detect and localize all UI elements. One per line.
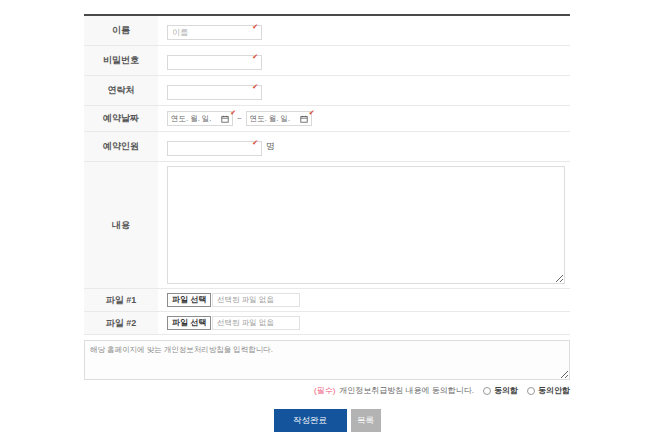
agreement-row: (필수) 개인정보취급방침 내용에 동의합니다. 동의함 동의안함 bbox=[84, 385, 570, 396]
action-buttons: 작성완료 목록 bbox=[84, 409, 570, 432]
row-reservation-date: 예약날짜 연도. 월. 일. ✔ ~ 연도. 월. 일. bbox=[84, 106, 570, 132]
required-check-icon: ✔ bbox=[309, 109, 315, 116]
password-label: 비밀번호 bbox=[84, 46, 158, 75]
file2-label: 파일 #2 bbox=[84, 312, 158, 334]
privacy-policy-textarea[interactable]: 해당 홈페이지에 맞는 개인정보처리방침을 입력합니다. bbox=[84, 340, 570, 380]
file2-select-button[interactable]: 파일 선택 bbox=[167, 316, 211, 330]
reservation-form: 이름 ✔ 비밀번호 ✔ 연락처 bbox=[84, 14, 570, 432]
file1-label: 파일 #1 bbox=[84, 289, 158, 311]
disagree-radio-label[interactable]: 동의안함 bbox=[538, 385, 570, 396]
date-end-input[interactable]: 연도. 월. 일. ✔ bbox=[246, 111, 312, 126]
form-table: 이름 ✔ 비밀번호 ✔ 연락처 bbox=[84, 14, 570, 335]
row-content: 내용 bbox=[84, 162, 570, 289]
agree-radio[interactable] bbox=[483, 387, 491, 395]
list-button[interactable]: 목록 bbox=[351, 409, 381, 432]
name-input[interactable] bbox=[167, 25, 262, 40]
headcount-input[interactable] bbox=[167, 141, 262, 156]
submit-button[interactable]: 작성완료 bbox=[274, 409, 347, 432]
row-contact: 연락처 ✔ bbox=[84, 76, 570, 106]
required-tag: (필수) bbox=[314, 385, 335, 396]
row-name: 이름 ✔ bbox=[84, 16, 570, 46]
contact-input[interactable] bbox=[167, 85, 262, 100]
file1-select-button[interactable]: 파일 선택 bbox=[167, 293, 211, 307]
calendar-icon bbox=[300, 115, 308, 123]
agreement-text: 개인정보취급방침 내용에 동의합니다. bbox=[339, 385, 474, 396]
date-range-separator: ~ bbox=[237, 114, 242, 123]
file1-status: 선택된 파일 없음 bbox=[212, 293, 300, 307]
required-check-icon: ✔ bbox=[230, 109, 236, 116]
row-headcount: 예약인원 ✔ 명 bbox=[84, 132, 570, 162]
headcount-label: 예약인원 bbox=[84, 132, 158, 161]
row-file-2: 파일 #2 파일 선택 선택된 파일 없음 bbox=[84, 312, 570, 335]
date-start-input[interactable]: 연도. 월. 일. ✔ bbox=[167, 111, 233, 126]
headcount-unit: 명 bbox=[266, 141, 275, 153]
calendar-icon bbox=[221, 115, 229, 123]
password-input[interactable] bbox=[167, 55, 262, 70]
disagree-radio[interactable] bbox=[527, 387, 535, 395]
content-label: 내용 bbox=[84, 162, 158, 288]
row-password: 비밀번호 ✔ bbox=[84, 46, 570, 76]
file2-status: 선택된 파일 없음 bbox=[212, 316, 300, 330]
agree-radio-label[interactable]: 동의함 bbox=[494, 385, 518, 396]
contact-label: 연락처 bbox=[84, 76, 158, 105]
reservation-date-label: 예약날짜 bbox=[84, 106, 158, 131]
content-textarea[interactable] bbox=[167, 166, 565, 284]
row-file-1: 파일 #1 파일 선택 선택된 파일 없음 bbox=[84, 289, 570, 312]
name-label: 이름 bbox=[84, 16, 158, 45]
